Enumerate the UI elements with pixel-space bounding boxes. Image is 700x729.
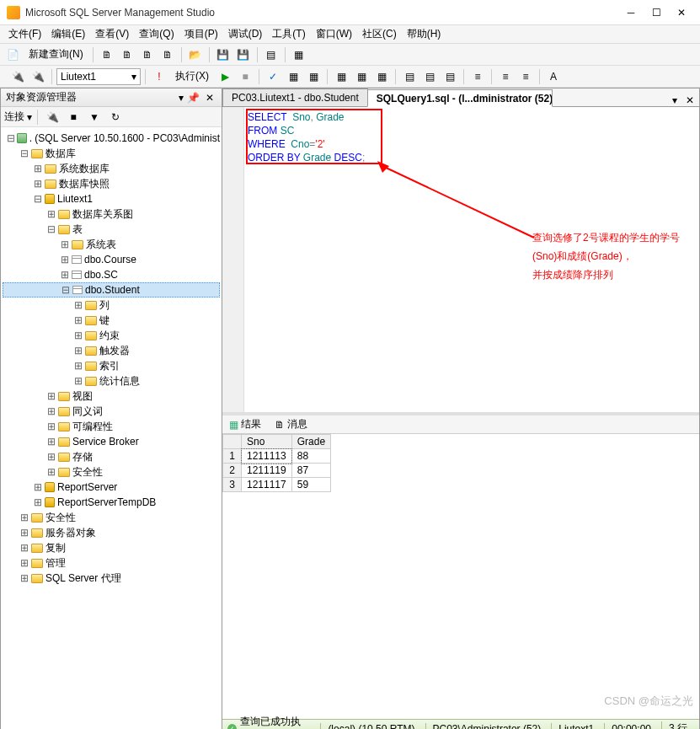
object-explorer: 对象资源管理器 ▾ 📌 ✕ 连接▾ 🔌 ■ ▼ ↻ ⊟. (SQL Server… [0,88,222,729]
r6-icon[interactable]: ▤ [441,67,459,86]
results-tab[interactable]: ▦结果 [226,416,265,432]
menu-view[interactable]: 查看(V) [90,25,134,43]
status-rows: 3 行 [661,721,694,729]
table-row: 2121111987 [223,464,331,478]
menu-community[interactable]: 社区(C) [357,25,402,43]
save-icon[interactable]: 💾 [214,46,232,64]
status-text: 查询已成功执行。 [240,715,313,730]
menu-query[interactable]: 查询(Q) [134,25,179,43]
save-all-icon[interactable]: 💾 [234,46,253,64]
new-query-icon[interactable]: 📄 [3,46,22,64]
tb-btn-3[interactable]: 🗎 [138,46,157,64]
toolbar-main: 📄 新建查询(N) 🗎 🗎 🗎 🗎 📂 💾 💾 ▤ ▦ [0,44,700,66]
r4-icon[interactable]: ▤ [400,67,419,86]
panel-close-icon[interactable]: ✕ [203,92,216,104]
query-status-bar: ✓ 查询已成功执行。 (local) (10.50 RTM) PC03\Admi… [222,719,699,729]
status-db: Liutext1 [551,723,601,730]
plan-icon[interactable]: ▦ [284,67,302,86]
aa-icon[interactable]: A [544,67,563,86]
conn-btn1[interactable]: 🔌 [43,108,61,126]
tab-student[interactable]: PC03.Liutext1 - dbo.Student [222,88,368,106]
outdent-icon[interactable]: ≡ [516,67,535,86]
tb-btn-1[interactable]: 🗎 [98,46,116,64]
r1-icon[interactable]: ▦ [332,67,350,86]
database-dropdown[interactable]: Liutext1▾ [56,68,141,85]
execute-icon[interactable]: ! [150,67,168,86]
r3-icon[interactable]: ▦ [372,67,391,86]
success-icon: ✓ [227,724,237,730]
sql-editor[interactable]: SELECT Sno, Grade FROM SC WHERE Cno='2' … [222,107,699,412]
list-icon[interactable]: ▤ [262,46,281,64]
app-title: Microsoft SQL Server Management Studio [25,7,619,19]
status-time: 00:00:00 [604,723,658,730]
database-name: Liutext1 [61,71,96,83]
menu-tools[interactable]: 工具(T) [267,25,310,43]
database-icon [45,194,55,204]
tab-close-icon[interactable]: ✕ [681,94,699,106]
menu-project[interactable]: 项目(P) [179,25,223,43]
tb-btn-4[interactable]: 🗎 [158,46,177,64]
object-explorer-title: 对象资源管理器 [6,90,77,105]
menu-help[interactable]: 帮助(H) [402,25,446,43]
document-area: PC03.Liutext1 - dbo.Student SQLQuery1.sq… [222,88,700,729]
minimize-button[interactable]: ─ [619,3,643,22]
maximize-button[interactable]: ☐ [644,3,668,22]
table-row: 3121111759 [223,478,331,492]
table-row: 1121111388 [223,449,331,464]
menu-edit[interactable]: 编辑(E) [46,25,90,43]
svg-marker-1 [377,161,389,173]
object-tree[interactable]: ⊟. (SQL Server 10.50.1600 - PC03\Adminis… [1,127,222,729]
new-query-button[interactable]: 新建查询(N) [24,46,88,63]
results-grid[interactable]: SnoGrade 1121111388 2121111987 312111175… [222,434,699,719]
indent-icon[interactable]: ≡ [496,67,515,86]
tree-node-student[interactable]: ⊟dbo.Student [3,282,220,297]
tab-sqlquery[interactable]: SQLQuery1.sql - (l...dministrator (52))* [367,89,553,107]
comment-icon[interactable]: ≡ [468,67,487,86]
conn-btn4[interactable]: ↻ [106,108,125,126]
menu-debug[interactable]: 调试(D) [223,25,268,43]
results-pane: ▦结果 🗎消息 SnoGrade 1121111388 2121111987 3… [222,412,699,729]
connect-label[interactable]: 连接 [4,110,24,124]
tab-list-icon[interactable]: ▾ [669,94,681,106]
annotation-text: 查询选修了2号课程的学生的学号(Sno)和成绩(Grade)， 并按成绩降序排列 [532,228,699,284]
panel-dropdown-icon[interactable]: ▾ [179,92,184,104]
r5-icon[interactable]: ▤ [420,67,439,86]
table-icon [72,255,82,264]
menu-file[interactable]: 文件(F) [3,25,46,43]
toolbar-query: 🔌 🔌 Liutext1▾ ! 执行(X) ▶ ■ ✓ ▦ ▦ ▦ ▦ ▦ ▤ … [0,66,700,88]
parse-icon[interactable]: ✓ [264,67,282,86]
connect-icon[interactable]: 🔌 [8,67,27,86]
menu-window[interactable]: 窗口(W) [311,25,357,43]
open-icon[interactable]: 📂 [186,46,205,64]
r2-icon[interactable]: ▦ [352,67,371,86]
panel-pin-icon[interactable]: 📌 [187,92,200,104]
folder-icon [31,149,43,158]
arrow-icon [374,158,542,250]
status-user: PC03\Administrator (52) [425,723,548,730]
messages-tab[interactable]: 🗎消息 [271,416,311,432]
opts-icon[interactable]: ▦ [304,67,323,86]
svg-line-0 [382,166,534,238]
execute-button[interactable]: 执行(X) [170,67,214,85]
conn-btn2[interactable]: ■ [64,108,83,126]
status-server: (local) (10.50 RTM) [320,723,421,730]
close-button[interactable]: ✕ [670,3,693,22]
conn-btn3[interactable]: ▼ [85,108,104,126]
app-icon [7,6,20,19]
document-tabs: PC03.Liutext1 - dbo.Student SQLQuery1.sq… [222,88,699,107]
menu-bar: 文件(F) 编辑(E) 查看(V) 查询(Q) 项目(P) 调试(D) 工具(T… [0,25,700,44]
title-bar: Microsoft SQL Server Management Studio ─… [0,0,700,25]
stop-icon[interactable]: ■ [236,67,254,86]
server-icon [17,133,26,143]
activity-icon[interactable]: ▦ [290,46,308,64]
tb-btn-2[interactable]: 🗎 [118,46,136,64]
debug-icon[interactable]: ▶ [216,67,234,86]
change-conn-icon[interactable]: 🔌 [29,67,47,86]
